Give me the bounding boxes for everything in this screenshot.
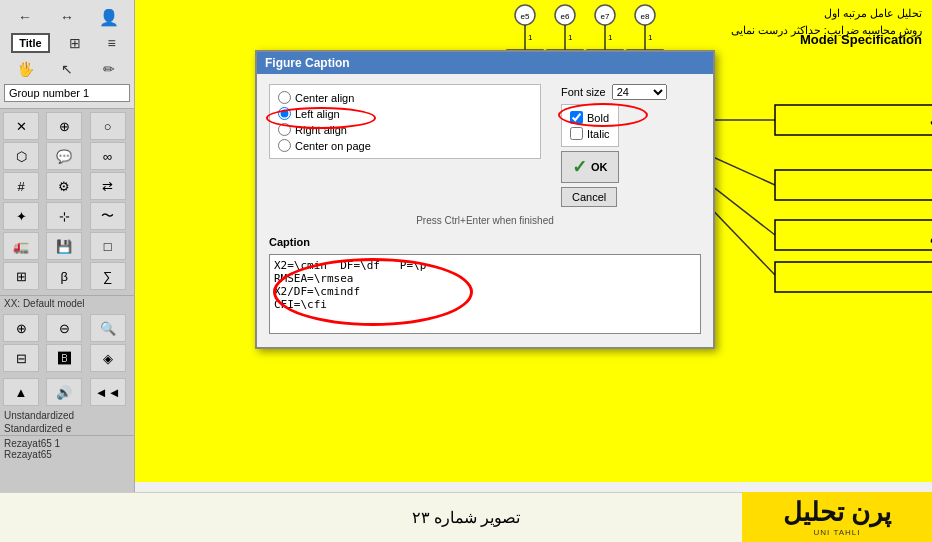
tool-beta[interactable]: β bbox=[46, 262, 82, 290]
tool-speech[interactable]: 💬 bbox=[46, 142, 82, 170]
brand-sub-text: UNI TAHLI bbox=[814, 528, 861, 537]
person-icon[interactable]: 👤 bbox=[98, 6, 120, 28]
toolbar-arrow-row: ← ↔ 👤 bbox=[4, 4, 130, 30]
left-align-label: Left align bbox=[295, 108, 340, 120]
style-group: Bold Italic bbox=[561, 104, 619, 147]
checkmark-icon: ✓ bbox=[572, 156, 587, 178]
toolbar-top: ← ↔ 👤 Title ⊞ ≡ 🖐 ↖ ✏ Group number 1 bbox=[0, 0, 134, 109]
bold-label: Bold bbox=[587, 112, 609, 124]
dialog-left-panel: Center align Left align Right align bbox=[269, 84, 541, 159]
icon-grid-2: ⊕ ⊖ 🔍 ⊟ 🅱 ◈ bbox=[0, 311, 134, 375]
center-align-option[interactable]: Center align bbox=[278, 91, 532, 104]
tool-zoom-out[interactable]: ⊖ bbox=[46, 314, 82, 342]
tool-hex[interactable]: ⬡ bbox=[3, 142, 39, 170]
toolbar-title-row: Title ⊞ ≡ bbox=[4, 30, 130, 56]
standardized-label: Standardized e bbox=[0, 422, 134, 435]
right-align-radio[interactable] bbox=[278, 123, 291, 136]
center-page-label: Center on page bbox=[295, 140, 371, 152]
group-label: Group number 1 bbox=[4, 84, 130, 102]
tool-fit[interactable]: ⊟ bbox=[3, 344, 39, 372]
tool-box[interactable]: □ bbox=[90, 232, 126, 260]
left-align-radio[interactable] bbox=[278, 107, 291, 120]
caption-label: Caption bbox=[269, 236, 701, 248]
brand-text: پرن تحلیل bbox=[783, 497, 891, 528]
cursor-icon[interactable]: ↖ bbox=[56, 58, 78, 80]
caption-wrapper: X2=\cmin DF=\df P=\p RMSEA=\rmsea X2/DF=… bbox=[269, 254, 701, 337]
figure-caption-dialog: Figure Caption Center align bbox=[255, 50, 715, 349]
icon-grid-3: ▲ 🔊 ◄◄ bbox=[0, 375, 134, 409]
bottom-caption: تصویر شماره ۲۳ bbox=[412, 508, 521, 527]
alignment-group: Center align Left align Right align bbox=[269, 84, 541, 159]
center-align-radio[interactable] bbox=[278, 91, 291, 104]
tool-erase[interactable]: ✕ bbox=[3, 112, 39, 140]
caption-textarea[interactable]: X2=\cmin DF=\df P=\p RMSEA=\rmsea X2/DF=… bbox=[269, 254, 701, 334]
tool-wave[interactable]: 〜 bbox=[90, 202, 126, 230]
hint-text: Press Ctrl+Enter when finished bbox=[269, 215, 701, 226]
toolbar-main: ✕ ⊕ ○ ⬡ 💬 ∞ # ⚙ ⇄ ✦ ⊹ 〜 🚛 💾 □ ⊞ β ∑ XX: … bbox=[0, 109, 134, 542]
tool-network[interactable]: ⊞ bbox=[3, 262, 39, 290]
tool-plus[interactable]: ⊕ bbox=[46, 112, 82, 140]
ok-label: OK bbox=[591, 161, 608, 173]
dialog-right-panel: Font size 24 8101214 16182022 242628 303… bbox=[561, 84, 701, 207]
bidirectional-arrow-icon[interactable]: ↔ bbox=[56, 6, 78, 28]
right-area: تحلیل عامل مرتبه اول روش محاسبه ضرایب: ح… bbox=[135, 0, 932, 542]
tool-sparkle[interactable]: ✦ bbox=[3, 202, 39, 230]
tool-number[interactable]: # bbox=[3, 172, 39, 200]
tool-rewind[interactable]: ◄◄ bbox=[90, 378, 126, 406]
tool-search[interactable]: 🔍 bbox=[90, 314, 126, 342]
tool-gear[interactable]: ⚙ bbox=[46, 172, 82, 200]
bottom-labels: Rezayat65 1 Rezayat65 bbox=[0, 435, 134, 462]
tool-truck[interactable]: 🚛 bbox=[3, 232, 39, 260]
dialog-main-row: Center align Left align Right align bbox=[269, 84, 701, 207]
unstandardized-label: Unstandardized bbox=[0, 409, 134, 422]
font-size-select[interactable]: 24 8101214 16182022 242628 30364872 bbox=[612, 84, 667, 100]
persian-title-line1: تحلیل عامل مرتبه اول bbox=[731, 5, 922, 22]
tool-triangle[interactable]: ▲ bbox=[3, 378, 39, 406]
font-size-label: Font size bbox=[561, 86, 606, 98]
right-align-option[interactable]: Right align bbox=[278, 123, 532, 136]
font-size-row: Font size 24 8101214 16182022 242628 303… bbox=[561, 84, 667, 100]
hand-icon[interactable]: 🖐 bbox=[14, 58, 36, 80]
center-align-label: Center align bbox=[295, 92, 354, 104]
center-page-radio[interactable] bbox=[278, 139, 291, 152]
italic-option[interactable]: Italic bbox=[570, 127, 610, 140]
tool-sound[interactable]: 🔊 bbox=[46, 378, 82, 406]
canvas-area: تحلیل عامل مرتبه اول روش محاسبه ضرایب: ح… bbox=[135, 0, 932, 512]
italic-checkbox[interactable] bbox=[570, 127, 583, 140]
icon-grid: ✕ ⊕ ○ ⬡ 💬 ∞ # ⚙ ⇄ ✦ ⊹ 〜 🚛 💾 □ ⊞ β ∑ bbox=[0, 109, 134, 293]
tool-arrows[interactable]: ⇄ bbox=[90, 172, 126, 200]
bold-option[interactable]: Bold bbox=[570, 111, 610, 124]
left-toolbar: ← ↔ 👤 Title ⊞ ≡ 🖐 ↖ ✏ Group number 1 ✕ ⊕… bbox=[0, 0, 135, 542]
tool-infinity[interactable]: ∞ bbox=[90, 142, 126, 170]
italic-label: Italic bbox=[587, 128, 610, 140]
model-spec-label: Model Specification bbox=[800, 32, 922, 47]
tool-expand[interactable]: 🅱 bbox=[46, 344, 82, 372]
tool-zoom-in[interactable]: ⊕ bbox=[3, 314, 39, 342]
right-align-label: Right align bbox=[295, 124, 347, 136]
tool-save[interactable]: 💾 bbox=[46, 232, 82, 260]
left-align-option[interactable]: Left align bbox=[278, 107, 532, 120]
list-icon[interactable]: ≡ bbox=[101, 32, 123, 54]
tool-calc[interactable]: ∑ bbox=[90, 262, 126, 290]
draw-icon[interactable]: ✏ bbox=[98, 58, 120, 80]
bold-checkbox[interactable] bbox=[570, 111, 583, 124]
ok-button[interactable]: ✓ OK bbox=[561, 151, 619, 183]
center-page-option[interactable]: Center on page bbox=[278, 139, 532, 152]
tool-circle[interactable]: ○ bbox=[90, 112, 126, 140]
bottom-strip: تصویر شماره ۲۳ پرن تحلیل UNI TAHLI bbox=[0, 492, 932, 542]
dialog-title-text: Figure Caption bbox=[265, 56, 350, 70]
cancel-button[interactable]: Cancel bbox=[561, 187, 617, 207]
toolbar-hand-row: 🖐 ↖ ✏ bbox=[4, 56, 130, 82]
title-button[interactable]: Title bbox=[11, 33, 49, 53]
brand-logo: پرن تحلیل UNI TAHLI bbox=[742, 492, 932, 542]
dialog-body: Center align Left align Right align bbox=[257, 74, 713, 347]
rezayat-label-1: Rezayat65 1 bbox=[4, 438, 130, 449]
grid-icon[interactable]: ⊞ bbox=[64, 32, 86, 54]
rezayat-label-2: Rezayat65 bbox=[4, 449, 130, 460]
back-arrow-icon[interactable]: ← bbox=[14, 6, 36, 28]
tool-nodes[interactable]: ⊹ bbox=[46, 202, 82, 230]
dialog-title-bar: Figure Caption bbox=[257, 52, 713, 74]
tool-magic[interactable]: ◈ bbox=[90, 344, 126, 372]
default-model-label: XX: Default model bbox=[0, 295, 134, 311]
